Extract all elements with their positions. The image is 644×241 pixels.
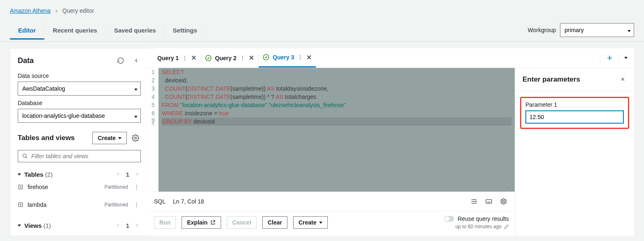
- tables-heading: Tables (2): [24, 171, 53, 178]
- gear-icon[interactable]: [130, 133, 141, 143]
- tab-settings[interactable]: Settings: [165, 21, 206, 40]
- clear-button[interactable]: Clear: [262, 216, 287, 229]
- close-tab-icon[interactable]: ✕: [249, 54, 254, 62]
- svg-point-4: [205, 55, 211, 61]
- reuse-results-detail: up to 60 minutes ago: [455, 224, 502, 229]
- query-tab-1[interactable]: Query 1 ⋮ ✕: [153, 49, 201, 68]
- resize-handle-icon[interactable]: ⋰: [507, 182, 513, 190]
- status-cursor-position: Ln 7, Col 18: [173, 198, 204, 205]
- explain-button[interactable]: Explain: [182, 216, 221, 229]
- table-row[interactable]: lambda Partitioned ⋮: [18, 196, 141, 213]
- workgroup-select[interactable]: primary: [560, 23, 634, 37]
- parameter-1-block: Parameter 1: [520, 97, 629, 129]
- query-tab-3[interactable]: Query 3 ⋮ ✕: [259, 49, 316, 68]
- refresh-icon[interactable]: [115, 55, 126, 66]
- tab-editor[interactable]: Editor: [10, 21, 44, 40]
- gear-icon[interactable]: [498, 196, 509, 207]
- format-icon[interactable]: [469, 196, 479, 207]
- tab-overflow-button[interactable]: [623, 55, 629, 61]
- workgroup-label: Workgroup: [528, 27, 556, 33]
- tab-menu-icon[interactable]: ⋮: [297, 54, 303, 61]
- data-source-select[interactable]: AwsDataCatalog: [18, 82, 141, 96]
- create-button[interactable]: Create: [293, 216, 328, 229]
- cancel-button[interactable]: Cancel: [227, 216, 257, 229]
- query-tab-2[interactable]: Query 2 ⋮ ✕: [201, 49, 258, 68]
- views-prev-page[interactable]: [114, 222, 122, 229]
- line-gutter: 1234567: [148, 68, 159, 192]
- search-icon: [22, 153, 28, 159]
- svg-point-0: [135, 137, 137, 139]
- reuse-results-label: Reuse query results: [457, 215, 509, 222]
- breadcrumb-current: Query editor: [62, 7, 94, 14]
- parameter-1-label: Parameter 1: [525, 101, 624, 108]
- success-icon: [263, 54, 269, 61]
- table-name: firehose: [28, 184, 48, 190]
- chevron-down-icon: [118, 137, 121, 139]
- tab-separator: [619, 53, 619, 63]
- partitioned-badge: Partitioned: [105, 184, 128, 190]
- tables-views-title: Tables and views: [18, 134, 75, 142]
- filter-tables-input-wrap[interactable]: [18, 150, 141, 162]
- edit-icon[interactable]: [504, 224, 509, 229]
- svg-point-5: [264, 54, 269, 60]
- tab-menu-icon[interactable]: ⋮: [182, 55, 188, 61]
- tables-page-number: 1: [126, 171, 129, 178]
- svg-point-1: [23, 154, 26, 157]
- expand-icon[interactable]: [18, 184, 23, 190]
- close-tab-icon[interactable]: ✕: [306, 54, 312, 61]
- status-language: SQL: [154, 198, 166, 205]
- partitioned-badge: Partitioned: [105, 202, 128, 208]
- tab-recent-queries[interactable]: Recent queries: [44, 21, 106, 40]
- chevron-down-icon[interactable]: [18, 173, 21, 175]
- tables-next-page[interactable]: [133, 171, 141, 178]
- success-icon: [205, 55, 212, 61]
- tab-saved-queries[interactable]: Saved queries: [106, 21, 165, 40]
- close-tab-icon[interactable]: ✕: [191, 54, 196, 62]
- breadcrumb: Amazon Athena › Query editor: [0, 0, 644, 19]
- table-row[interactable]: firehose Partitioned ⋮: [18, 178, 141, 196]
- breadcrumb-root-link[interactable]: Amazon Athena: [10, 7, 51, 14]
- tab-menu-icon[interactable]: ⋮: [240, 55, 245, 61]
- chevron-down-icon: [319, 222, 322, 224]
- create-table-button[interactable]: Create: [92, 132, 127, 144]
- parameters-title: Enter parameters: [523, 75, 580, 84]
- add-tab-button[interactable]: +: [604, 53, 616, 63]
- filter-tables-input[interactable]: [31, 153, 136, 159]
- parameter-1-input[interactable]: [525, 110, 624, 124]
- database-select[interactable]: location-analytics-glue-database: [18, 109, 141, 123]
- tab-separator: [600, 53, 600, 63]
- views-next-page[interactable]: [133, 222, 141, 229]
- run-button[interactable]: Run: [154, 216, 176, 229]
- keyboard-icon[interactable]: [483, 196, 494, 207]
- views-page-number: 1: [126, 222, 129, 229]
- breadcrumb-separator: ›: [56, 7, 58, 14]
- svg-point-7: [503, 201, 505, 203]
- chevron-down-icon[interactable]: [18, 225, 21, 227]
- collapse-sidebar-icon[interactable]: [132, 55, 141, 66]
- tables-prev-page[interactable]: [114, 171, 122, 178]
- database-label: Database: [18, 100, 141, 106]
- code-editor[interactable]: SELECT deviceid, COUNT(DISTINCT DATE(sam…: [159, 68, 515, 192]
- external-link-icon: [210, 220, 216, 225]
- row-actions-icon[interactable]: ⋮: [132, 200, 141, 209]
- sidebar-title: Data: [18, 56, 34, 65]
- table-name: lambda: [28, 201, 47, 208]
- views-heading: Views (1): [24, 222, 51, 229]
- row-actions-icon[interactable]: ⋮: [132, 182, 141, 192]
- expand-icon[interactable]: [18, 202, 23, 208]
- data-source-label: Data source: [18, 73, 141, 79]
- svg-rect-6: [486, 200, 492, 204]
- close-parameters-icon[interactable]: ✕: [619, 75, 627, 84]
- reuse-results-toggle[interactable]: [444, 216, 454, 222]
